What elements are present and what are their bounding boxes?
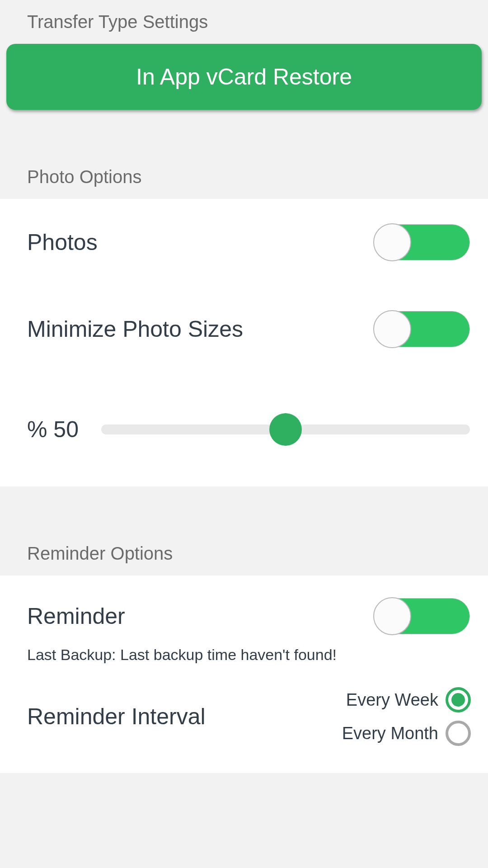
minimize-photo-row: Minimize Photo Sizes bbox=[0, 286, 488, 373]
reminder-options-header: Reminder Options bbox=[0, 532, 488, 576]
reminder-toggle[interactable] bbox=[374, 598, 470, 634]
reminder-label: Reminder bbox=[27, 603, 125, 629]
radio-option-every-month[interactable]: Every Month bbox=[342, 721, 471, 746]
reminder-interval-radio-group: Every Week Every Month bbox=[342, 687, 471, 746]
reminder-row: Reminder Last Backup: Last backup time h… bbox=[0, 576, 488, 678]
minimize-photo-toggle[interactable] bbox=[374, 311, 470, 347]
radio-label-every-week: Every Week bbox=[346, 690, 438, 710]
photo-size-slider-row: % 50 bbox=[0, 373, 488, 486]
last-backup-text: Last Backup: Last backup time haven't fo… bbox=[27, 646, 470, 664]
photos-toggle[interactable] bbox=[374, 224, 470, 260]
photo-size-slider[interactable] bbox=[101, 413, 470, 446]
photo-size-slider-label: % 50 bbox=[27, 416, 79, 443]
vcard-restore-button[interactable]: In App vCard Restore bbox=[6, 44, 482, 110]
photo-size-slider-knob[interactable] bbox=[269, 413, 302, 446]
radio-option-every-week[interactable]: Every Week bbox=[346, 687, 471, 712]
photos-label: Photos bbox=[27, 229, 98, 255]
radio-circle-every-month[interactable] bbox=[446, 721, 471, 746]
minimize-photo-label: Minimize Photo Sizes bbox=[27, 316, 243, 342]
reminder-interval-row: Reminder Interval Every Week Every Month bbox=[0, 678, 488, 773]
radio-circle-every-week[interactable] bbox=[446, 687, 471, 712]
radio-label-every-month: Every Month bbox=[342, 724, 438, 743]
reminder-interval-label: Reminder Interval bbox=[27, 703, 206, 730]
photos-row: Photos bbox=[0, 199, 488, 286]
transfer-type-header: Transfer Type Settings bbox=[0, 0, 488, 44]
photo-options-header: Photo Options bbox=[0, 155, 488, 199]
